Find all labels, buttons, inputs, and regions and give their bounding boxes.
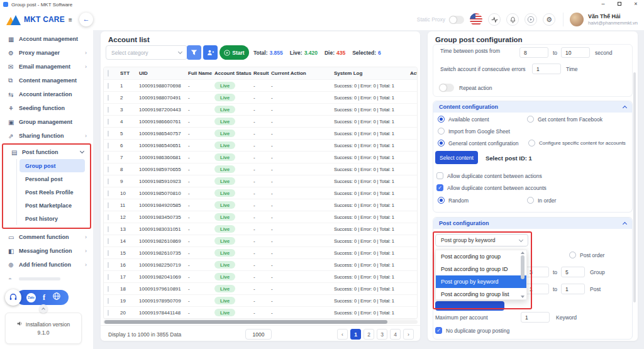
post-to-input[interactable] <box>561 284 585 294</box>
sidebar-item[interactable]: ⊕ Add friend function › <box>0 258 93 272</box>
time-to-input[interactable] <box>561 47 590 58</box>
select-all-checkbox[interactable] <box>108 70 109 77</box>
filter-button[interactable] <box>187 45 201 60</box>
row-checkbox[interactable] <box>108 214 109 220</box>
panel-scrollbar[interactable] <box>633 72 636 302</box>
sidebar-item[interactable]: ▭ Comment function › <box>0 230 93 244</box>
random-radio[interactable] <box>438 197 445 204</box>
facebook-icon[interactable]: f <box>43 293 45 302</box>
page-button[interactable]: 1 <box>350 329 361 340</box>
row-checkbox[interactable] <box>108 238 109 244</box>
row-checkbox[interactable] <box>108 262 109 268</box>
row-checkbox[interactable] <box>108 286 109 292</box>
globe-icon[interactable] <box>52 292 61 303</box>
dropdown-scrollbar[interactable] <box>520 252 525 298</box>
sidebar-item[interactable]: ⚙ Proxy manager › <box>0 46 93 60</box>
close-button[interactable]: × <box>628 0 644 9</box>
available-content-radio[interactable] <box>438 116 445 123</box>
specific-content-radio[interactable] <box>528 140 535 147</box>
row-checkbox[interactable] <box>108 83 109 89</box>
prev-page-button[interactable]: ‹ <box>337 329 348 340</box>
sidebar-subitem[interactable]: Post Reels Profile <box>19 186 85 199</box>
no-duplicate-checkbox[interactable] <box>435 327 442 334</box>
sidebar-subitem[interactable]: Group post <box>19 159 85 172</box>
sidebar-subitem[interactable]: Post history <box>19 212 85 225</box>
scroll-up-icon[interactable] <box>521 252 525 254</box>
row-checkbox[interactable] <box>108 143 109 148</box>
sidebar-item[interactable]: ✉ Email management › <box>0 60 93 74</box>
collapse-version-button[interactable] <box>39 304 48 313</box>
sidebar-item[interactable]: ◧ Messaging function › <box>0 244 93 258</box>
row-checkbox[interactable] <box>108 274 109 280</box>
get-content-facebook-radio[interactable] <box>527 116 534 123</box>
row-checkbox[interactable] <box>108 298 109 304</box>
static-proxy-toggle[interactable] <box>449 16 464 24</box>
scrollbar-thumb[interactable] <box>521 255 525 279</box>
tutorial-play-icon[interactable] <box>525 13 537 26</box>
scroll-down-icon[interactable] <box>521 296 525 298</box>
sidebar-item[interactable]: ⇗ Sharing function › <box>0 129 93 143</box>
in-order-radio[interactable] <box>527 197 534 204</box>
row-checkbox[interactable] <box>108 95 109 101</box>
page-button[interactable]: 2 <box>364 329 374 340</box>
select-content-button[interactable]: Select content <box>435 151 478 164</box>
maximize-button[interactable] <box>611 0 628 9</box>
page-size-input[interactable] <box>245 329 272 340</box>
switch-errors-input[interactable] <box>532 64 561 74</box>
import-google-sheet-radio[interactable] <box>438 128 445 135</box>
row-checkbox[interactable] <box>108 250 109 256</box>
dup-accounts-checkbox[interactable] <box>436 184 443 191</box>
row-checkbox[interactable] <box>108 119 109 125</box>
dup-actions-checkbox[interactable] <box>436 172 443 179</box>
settings-gear-icon[interactable]: ⚙ <box>543 13 555 26</box>
horizontal-scrollbar[interactable] <box>103 320 418 324</box>
scrollbar-thumb[interactable] <box>104 320 387 324</box>
row-checkbox[interactable] <box>108 202 109 208</box>
zalo-icon[interactable]: Zalo <box>26 293 36 302</box>
row-checkbox[interactable] <box>108 107 109 113</box>
max-per-account-input[interactable] <box>521 312 550 323</box>
group-to-input[interactable] <box>561 267 585 277</box>
post-mode-select[interactable]: Post group by keyword <box>435 234 528 247</box>
page-button[interactable]: 3 <box>377 329 387 340</box>
minimize-button[interactable]: – <box>595 0 611 9</box>
sidebar-item[interactable]: ▣ Group management <box>0 115 93 129</box>
support-headset-icon[interactable] <box>5 289 21 306</box>
row-checkbox[interactable] <box>108 179 109 184</box>
sidebar-item-truncated[interactable]: ◓ <box>0 272 93 285</box>
category-select[interactable]: Select category <box>106 45 187 60</box>
add-user-button[interactable] <box>203 45 218 60</box>
sidebar-item-post-function[interactable]: ▤ Post function <box>3 145 90 159</box>
general-content-radio[interactable] <box>438 140 445 147</box>
sidebar-item[interactable]: ⧉ Content management <box>0 74 93 87</box>
row-checkbox[interactable] <box>108 226 109 232</box>
content-configuration-header[interactable]: Content configuration <box>433 101 632 113</box>
activity-icon[interactable] <box>488 13 501 26</box>
dropdown-option[interactable]: Post according to group ID <box>436 263 526 275</box>
post-order-radio[interactable] <box>569 252 576 258</box>
sidebar-item[interactable]: ▦ Account management <box>0 32 93 46</box>
sidebar-subitem[interactable]: Personal post <box>19 172 85 186</box>
post-configuration-header[interactable]: Post configuration <box>433 218 632 229</box>
sidebar-subitem[interactable]: Post Marketplace <box>19 199 85 212</box>
sidebar-item[interactable]: ⇆ Account interaction <box>0 87 93 101</box>
notifications-bell-icon[interactable] <box>506 13 519 26</box>
hamburger-icon[interactable]: ≡ <box>69 16 72 23</box>
time-from-input[interactable] <box>519 47 548 58</box>
sidebar-item[interactable]: ⚘ Seeding function <box>0 101 93 115</box>
row-checkbox[interactable] <box>108 167 109 172</box>
dropdown-option[interactable]: Post according to group <box>436 250 526 263</box>
row-checkbox[interactable] <box>108 191 109 196</box>
next-page-button[interactable]: › <box>403 329 414 340</box>
row-checkbox[interactable] <box>108 155 109 160</box>
collapse-sidebar-button[interactable]: ← <box>79 13 93 26</box>
row-checkbox[interactable] <box>108 310 109 316</box>
avatar[interactable] <box>570 13 584 26</box>
post-from-input[interactable] <box>525 284 549 294</box>
row-checkbox[interactable] <box>108 131 109 136</box>
start-button[interactable]: Start <box>219 45 249 60</box>
page-button[interactable]: 4 <box>390 329 401 340</box>
dropdown-option[interactable]: Post according to group list <box>436 288 526 301</box>
hidden-select-button[interactable] <box>435 301 504 311</box>
repeat-action-toggle[interactable] <box>439 84 454 92</box>
